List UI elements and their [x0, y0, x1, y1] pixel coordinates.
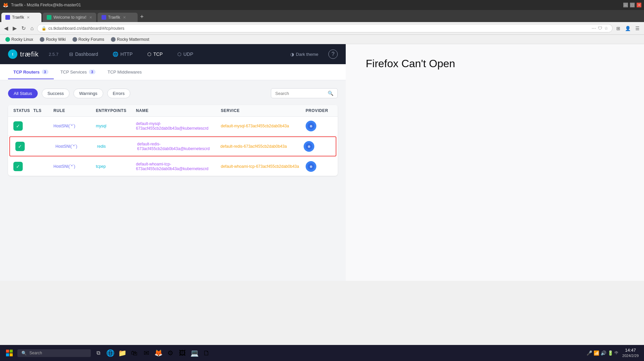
- bookmark-label-1: Rocky Linux: [11, 37, 33, 42]
- udp-icon: ⬡: [177, 51, 181, 57]
- tab-nginx[interactable]: Welcome to nginx! ✕: [43, 13, 96, 22]
- tab-label-3: Traefik: [108, 15, 120, 20]
- service-whoami: default-whoami-tcp-673acf455cb2dab0b43a: [221, 164, 306, 169]
- subnav-services-label: TCP Services: [60, 70, 87, 75]
- minimize-button[interactable]: ─: [623, 3, 628, 7]
- filter-errors-button[interactable]: Errors: [107, 89, 130, 98]
- extensions-button[interactable]: ⊞: [615, 25, 622, 32]
- subnav-routers-label: TCP Routers: [13, 70, 40, 75]
- nav-http[interactable]: 🌐 HTTP: [109, 49, 137, 59]
- nav-http-label: HTTP: [120, 51, 133, 57]
- col-name: Name: [136, 108, 221, 113]
- restore-button[interactable]: □: [630, 3, 635, 7]
- subnav-middlewares[interactable]: TCP Middlewares: [102, 66, 147, 79]
- tab-icon-2: [47, 15, 51, 20]
- name-mysql: default-mysql-673acf455cb2dab0b43a@kuber…: [136, 121, 221, 131]
- col-status: Status: [13, 108, 33, 113]
- tab-bar: Traefik ✕ Welcome to nginx! ✕ Traefik ✕ …: [0, 10, 644, 22]
- tab-icon: [5, 15, 10, 20]
- reload-button[interactable]: ↻: [20, 24, 27, 32]
- service-redis: default-redis-673acf455cb2dab0b43a: [220, 144, 304, 149]
- search-box[interactable]: 🔍: [271, 88, 338, 98]
- router-table: Status TLS Rule Entrypoints Name Service…: [8, 105, 338, 176]
- bookmark-rocky-linux[interactable]: Rocky Linux: [3, 36, 36, 42]
- url-actions: ⋯ 🛡 ☆: [592, 26, 608, 31]
- col-service: Service: [221, 108, 306, 113]
- tab-close-2[interactable]: ✕: [89, 15, 92, 20]
- nav-udp[interactable]: ⬡ UDP: [173, 49, 197, 59]
- bookmark-star-icon[interactable]: ☆: [604, 26, 608, 31]
- question-icon: ?: [332, 51, 335, 57]
- title-bar-text: Traefik - Mozilla Firefox@k8s-master01: [11, 3, 81, 7]
- table-row-whoami[interactable]: ✓ HostSNI(`*`) tcpep default-whoami-tcp-…: [8, 157, 338, 176]
- nav-tcp[interactable]: ⬡ TCP: [143, 49, 167, 59]
- tab-traefik-3[interactable]: Traefik ✕: [98, 13, 138, 22]
- traefik-app: t træfik 2.5.7 ⊟ Dashboard 🌐 HTTP ⬡ TCP: [0, 44, 346, 281]
- dark-theme-button[interactable]: ◑ Dark theme: [287, 50, 322, 59]
- status-filter-bar: All Status Success Warnings Errors 🔍: [8, 88, 338, 98]
- bookmark-label-4: Rocky Mattermost: [117, 37, 149, 42]
- bookmark-icon-4: [111, 37, 116, 42]
- status-icon-whoami: ✓: [13, 162, 23, 171]
- bookmarks-bar: Rocky Linux Rocky Wiki Rocky Forums Rock…: [0, 35, 644, 44]
- table-row-mysql[interactable]: ✓ HostSNI(`*`) mysql default-mysql-673ac…: [8, 117, 338, 136]
- traefik-logo-text: træfik: [20, 50, 39, 58]
- error-panel-header: Firefox Can't Open: [346, 44, 644, 83]
- new-tab-button[interactable]: +: [138, 13, 147, 20]
- filter-success-button[interactable]: Success: [42, 89, 69, 98]
- traefik-navbar: t træfik 2.5.7 ⊟ Dashboard 🌐 HTTP ⬡ TCP: [0, 44, 346, 64]
- home-button[interactable]: ⌂: [29, 25, 35, 32]
- tab-icon-3: [102, 15, 106, 20]
- table-row-redis[interactable]: ✓ HostSNI(`*`) redis default-redis-673ac…: [9, 136, 336, 156]
- entrypoint-whoami: tcpep: [96, 164, 136, 169]
- title-bar: 🦊 Traefik - Mozilla Firefox@k8s-master01…: [0, 0, 644, 10]
- service-mysql: default-mysql-673acf455cb2dab0b43a: [221, 124, 306, 128]
- content-area: All Status Success Warnings Errors 🔍 Sta…: [0, 80, 346, 281]
- col-tls: TLS: [33, 108, 53, 113]
- tcp-icon: ⬡: [147, 51, 151, 57]
- bookmark-icon-1: [5, 37, 10, 42]
- entrypoint-redis: redis: [97, 144, 137, 149]
- bookmark-rocky-forums[interactable]: Rocky Forums: [70, 36, 107, 42]
- bookmark-rocky-mattermost[interactable]: Rocky Mattermost: [108, 36, 152, 42]
- tab-close-1[interactable]: ✕: [27, 15, 30, 20]
- globe-icon: 🌐: [113, 51, 118, 57]
- rule-mysql: HostSNI(`*`): [53, 124, 96, 128]
- bookmark-rocky-wiki[interactable]: Rocky Wiki: [37, 36, 68, 42]
- tab-traefik-1[interactable]: Traefik ✕: [1, 13, 41, 22]
- close-button[interactable]: ✕: [637, 3, 641, 7]
- nav-dashboard-label: Dashboard: [75, 51, 98, 57]
- filter-all-button[interactable]: All Status: [8, 89, 38, 98]
- help-button[interactable]: ?: [328, 49, 338, 59]
- menu-button[interactable]: ☰: [634, 25, 641, 32]
- moon-icon: ◑: [290, 52, 294, 57]
- bookmark-icon-2: [40, 37, 44, 42]
- tab-label-2: Welcome to nginx!: [53, 15, 87, 20]
- rule-whoami: HostSNI(`*`): [53, 164, 96, 169]
- browser-icon: 🦊: [3, 2, 8, 8]
- col-entrypoints: Entrypoints: [96, 108, 136, 113]
- table-header: Status TLS Rule Entrypoints Name Service…: [8, 105, 338, 117]
- status-icon-mysql: ✓: [13, 121, 23, 131]
- nav-tcp-label: TCP: [153, 51, 163, 57]
- entrypoint-mysql: mysql: [96, 124, 136, 128]
- col-provider: Provider: [306, 108, 332, 113]
- nav-dashboard[interactable]: ⊟ Dashboard: [65, 49, 102, 59]
- back-button[interactable]: ◀: [3, 24, 9, 32]
- sync-button[interactable]: 👤: [623, 25, 632, 32]
- filter-warnings-button[interactable]: Warnings: [73, 89, 103, 98]
- dashboard-icon: ⊟: [69, 51, 73, 57]
- bookmark-icon-3: [72, 37, 77, 42]
- name-redis: default-redis-673acf455cb2dab0b43a@kuber…: [137, 142, 220, 151]
- main-content: t træfik 2.5.7 ⊟ Dashboard 🌐 HTTP ⬡ TCP: [0, 44, 644, 281]
- traefik-version: 2.5.7: [49, 52, 58, 57]
- tab-close-3[interactable]: ✕: [123, 15, 126, 20]
- search-input[interactable]: [275, 91, 325, 96]
- subnav-services[interactable]: TCP Services 3: [55, 66, 101, 79]
- provider-icon-mysql: ⚙: [306, 121, 316, 131]
- forward-button[interactable]: ▶: [11, 24, 18, 32]
- subnav-routers[interactable]: TCP Routers 3: [8, 66, 54, 79]
- url-bar[interactable]: 🔒 cs.tkdashboard.cn/dashboard/#/tcp/rout…: [37, 24, 613, 32]
- services-count-badge: 3: [89, 70, 96, 74]
- reader-icon: ⋯: [592, 26, 596, 31]
